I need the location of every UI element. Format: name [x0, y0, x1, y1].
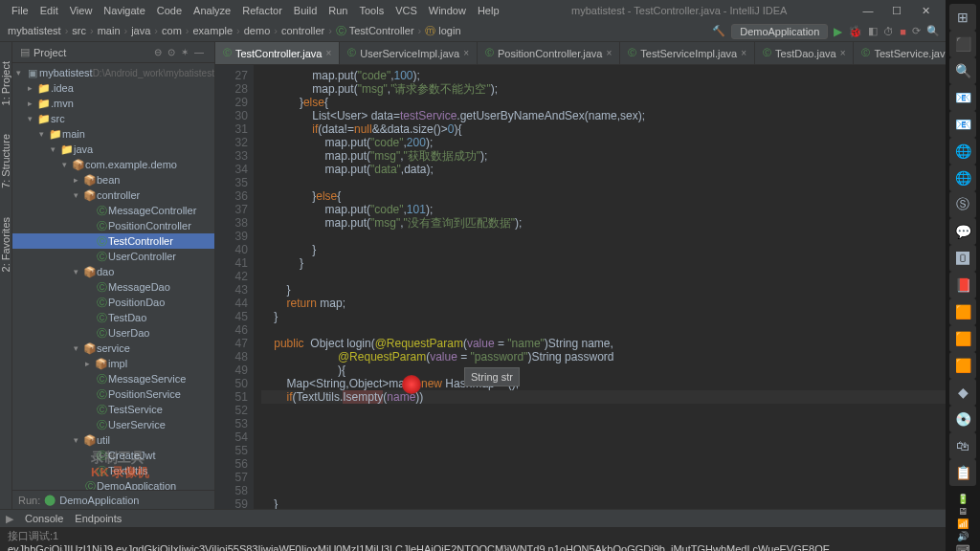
taskbar-app-10[interactable]: 📕	[949, 272, 976, 298]
menu-edit[interactable]: Edit	[34, 5, 64, 16]
taskbar-app-1[interactable]: ⬛	[949, 31, 976, 57]
hammer-icon[interactable]: 🔨	[712, 25, 725, 37]
tree-item-dao[interactable]: ▾📦dao	[12, 264, 214, 279]
console-tab[interactable]: Console	[25, 513, 63, 524]
tray-icon-0[interactable]: 🔋	[957, 494, 969, 504]
code-line-48[interactable]: @RequestParam(value = "password")String …	[261, 350, 980, 364]
code-line-49[interactable]: ){	[261, 364, 980, 377]
editor-tab-TestDao-java[interactable]: ⒸTestDao.java×	[755, 42, 854, 64]
taskbar-app-3[interactable]: 📧	[949, 84, 976, 111]
panel-toggle-icon[interactable]: ▤	[20, 46, 30, 58]
structure-tool-tab[interactable]: 7: Structure	[0, 134, 11, 188]
tree-item-mybatistest[interactable]: ▾▣mybatistest D:\Android_work\mybatistes…	[12, 65, 214, 80]
code-line-32[interactable]: map.put("code",200);	[261, 136, 980, 149]
breadcrumb-main[interactable]: main	[96, 25, 122, 36]
code-line-44[interactable]: return map;	[261, 297, 980, 310]
tree-item-DemoApplication[interactable]: ⒸDemoApplication	[12, 478, 214, 490]
taskbar-app-8[interactable]: 💬	[949, 218, 976, 245]
menu-code[interactable]: Code	[151, 5, 188, 16]
tab-close-icon[interactable]: ×	[606, 48, 612, 58]
rerun-icon[interactable]: ▶	[6, 513, 13, 525]
tree-item-MessageService[interactable]: ⒸMessageService	[12, 371, 214, 386]
code-line-45[interactable]: }	[261, 310, 980, 323]
breadcrumb-example[interactable]: example	[190, 25, 234, 36]
taskbar-app-12[interactable]: 🟧	[949, 325, 976, 352]
tray-icon-1[interactable]: 🖥	[958, 506, 968, 517]
code-line-55[interactable]	[261, 444, 980, 457]
code-line-51[interactable]: if(TextUtils.Isempty(name))	[261, 390, 980, 404]
code-line-34[interactable]: map.put("data",data);	[261, 163, 980, 176]
tree-item-TextUtils[interactable]: ⒸTextUtils	[12, 463, 214, 478]
tree-item-MessageController[interactable]: ⒸMessageController	[12, 203, 214, 218]
tree-item-src[interactable]: ▾📁src	[12, 111, 214, 126]
run-dashboard-item[interactable]: Run: ⬤ DemoApplication	[12, 490, 214, 509]
breadcrumb-mybatistest[interactable]: mybatistest	[6, 25, 63, 36]
run-button[interactable]: ▶	[834, 25, 842, 38]
code-line-38[interactable]: map.put("msg","没有查询到匹配数据");	[261, 216, 980, 230]
minimize-button[interactable]: ―	[854, 5, 882, 16]
code-line-30[interactable]: List<User> data=testService.getUserByNam…	[261, 109, 980, 122]
code-line-31[interactable]: if(data!=null&&data.size()>0){	[261, 122, 980, 136]
tree-item-PositionService[interactable]: ⒸPositionService	[12, 386, 214, 402]
tray-icon-3[interactable]: 🔊	[957, 531, 969, 541]
tree-item-UserController[interactable]: ⒸUserController	[12, 249, 214, 264]
tree-item-TestDao[interactable]: ⒸTestDao	[12, 310, 214, 325]
tree-item-java[interactable]: ▾📁java	[12, 142, 214, 157]
tab-close-icon[interactable]: ×	[325, 48, 331, 58]
taskbar-app-5[interactable]: 🌐	[949, 138, 976, 165]
menu-file[interactable]: File	[6, 5, 34, 16]
debug-button[interactable]: 🐞	[848, 25, 862, 38]
tree-item-PositionDao[interactable]: ⒸPositionDao	[12, 295, 214, 310]
code-line-46[interactable]	[261, 323, 980, 337]
project-tree[interactable]: ▾▣mybatistest D:\Android_work\mybatistes…	[12, 63, 214, 490]
collapse-icon[interactable]: ⊖	[151, 47, 165, 57]
code-line-54[interactable]	[261, 430, 980, 444]
editor-tabs[interactable]: ⒸTestController.java×ⒸUserServiceImpl.ja…	[215, 42, 980, 65]
editor-tab-PositionController-java[interactable]: ⒸPositionController.java×	[478, 42, 620, 64]
code-line-41[interactable]: }	[261, 256, 980, 270]
breadcrumb-demo[interactable]: demo	[242, 25, 273, 36]
taskbar-app-14[interactable]: ◆	[949, 379, 976, 406]
run-config-selector[interactable]: DemoApplication	[731, 24, 828, 39]
tree-item-bean[interactable]: ▸📦bean	[12, 172, 214, 187]
profile-button[interactable]: ⏱	[883, 26, 894, 37]
taskbar-app-11[interactable]: 🟧	[949, 298, 976, 325]
code-line-35[interactable]	[261, 176, 980, 189]
tree-item-controller[interactable]: ▾📦controller	[12, 187, 214, 203]
settings-icon[interactable]: ✶	[178, 47, 191, 57]
select-opened-icon[interactable]: ⊙	[165, 47, 178, 57]
code-editor[interactable]: 2728293031323334353637383940414243444546…	[215, 65, 980, 509]
taskbar-app-16[interactable]: 🛍	[949, 432, 976, 459]
tree-item-UserDao[interactable]: ⒸUserDao	[12, 325, 214, 341]
tree-item-CreateJwt[interactable]: ⒸCreateJwt	[12, 448, 214, 463]
code-line-59[interactable]: }	[261, 497, 980, 509]
tree-item-com-example-demo[interactable]: ▾📦com.example.demo	[12, 157, 214, 172]
code-line-47[interactable]: public Object login(@RequestParam(value …	[261, 337, 980, 350]
taskbar-app-4[interactable]: 📧	[949, 111, 976, 138]
tree-item-UserService[interactable]: ⒸUserService	[12, 417, 214, 432]
tree-item-service[interactable]: ▾📦service	[12, 341, 214, 356]
tree-item-TestController[interactable]: ⒸTestController	[12, 233, 214, 249]
code-line-52[interactable]	[261, 404, 980, 417]
tree-item-impl[interactable]: ▸📦impl	[12, 356, 214, 371]
code-line-57[interactable]	[261, 471, 980, 484]
project-tool-tab[interactable]: 1: Project	[0, 61, 11, 105]
menu-build[interactable]: Build	[288, 5, 323, 16]
close-button[interactable]: ✕	[911, 5, 940, 17]
code-line-43[interactable]: }	[261, 283, 980, 297]
tree-item--idea[interactable]: ▸📁.idea	[12, 80, 214, 96]
taskbar-app-13[interactable]: 🟧	[949, 352, 976, 379]
tray-icon-4[interactable]: ⌨	[956, 543, 969, 551]
taskbar-app-17[interactable]: 📋	[949, 459, 976, 486]
taskbar-app-6[interactable]: 🌐	[949, 165, 976, 191]
menu-tools[interactable]: Tools	[353, 5, 390, 16]
tree-item-TestService[interactable]: ⒸTestService	[12, 402, 214, 417]
code-line-53[interactable]	[261, 417, 980, 430]
tree-item-PositionController[interactable]: ⒸPositionController	[12, 218, 214, 233]
editor-tab-UserServiceImpl-java[interactable]: ⒸUserServiceImpl.java×	[340, 42, 478, 64]
breadcrumb-java[interactable]: java	[129, 25, 152, 36]
stop-button[interactable]: ■	[900, 26, 906, 37]
menu-view[interactable]: View	[64, 5, 99, 16]
git-update-button[interactable]: ⟳	[912, 25, 921, 37]
menu-window[interactable]: Window	[423, 5, 472, 16]
